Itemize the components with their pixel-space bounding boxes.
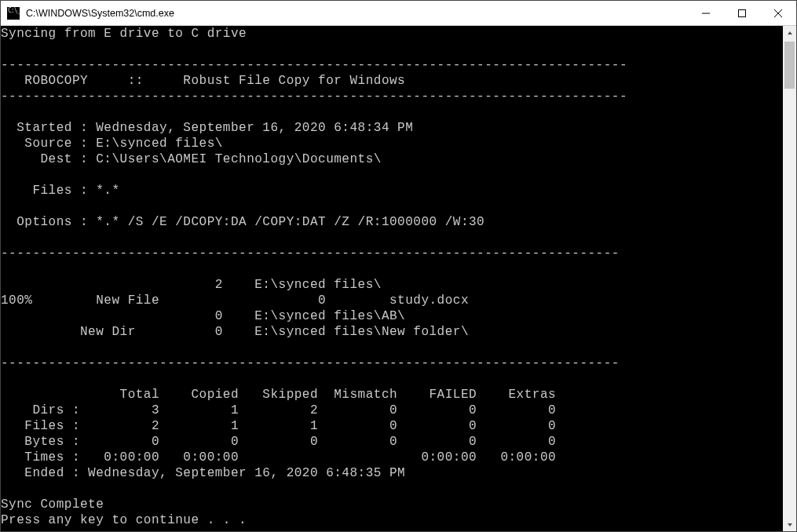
maximize-button[interactable] xyxy=(724,1,760,26)
terminal-line: ROBOCOPY :: Robust File Copy for Windows xyxy=(1,74,405,88)
terminal-line: Total Copied Skipped Mismatch FAILED Ext… xyxy=(1,388,556,402)
scroll-down-button[interactable] xyxy=(783,518,796,531)
titlebar[interactable]: C:\WINDOWS\System32\cmd.exe xyxy=(1,1,796,26)
terminal-line: 100% New File 0 study.docx xyxy=(1,293,469,308)
vertical-scrollbar[interactable] xyxy=(783,26,796,531)
terminal-line: ----------------------------------------… xyxy=(1,356,620,370)
terminal-line: ----------------------------------------… xyxy=(1,89,627,104)
terminal-line: Source : E:\synced files\ xyxy=(1,137,223,151)
terminal-line: Dest : C:\Users\AOMEI Technology\Documen… xyxy=(1,152,382,166)
scroll-thumb[interactable] xyxy=(784,42,795,89)
window-controls xyxy=(688,1,796,25)
maximize-icon xyxy=(738,9,746,17)
terminal-line: 0 E:\synced files\AB\ xyxy=(1,309,405,323)
scroll-up-button[interactable] xyxy=(783,26,796,39)
terminal-line: New Dir 0 E:\synced files\New folder\ xyxy=(1,325,469,339)
terminal-line: 2 E:\synced files\ xyxy=(1,278,382,292)
terminal-line: Press any key to continue . . . xyxy=(1,513,247,527)
chevron-up-icon xyxy=(787,30,793,36)
window: C:\WINDOWS\System32\cmd.exe Syncing from… xyxy=(0,0,797,532)
svg-marker-5 xyxy=(788,523,792,527)
terminal-line: Files : 2 1 1 0 0 0 xyxy=(1,419,556,433)
chevron-down-icon xyxy=(787,522,793,528)
minimize-button[interactable] xyxy=(688,1,724,26)
terminal-line: Started : Wednesday, September 16, 2020 … xyxy=(1,121,413,135)
terminal-line: Syncing from E drive to C drive xyxy=(1,27,247,41)
close-icon xyxy=(774,9,782,17)
terminal-line: Files : *.* xyxy=(1,184,120,198)
cmd-icon xyxy=(7,7,20,20)
terminal-line: Sync Complete xyxy=(1,497,104,512)
terminal-line: ----------------------------------------… xyxy=(1,246,620,261)
svg-rect-1 xyxy=(739,10,746,17)
terminal-line: Bytes : 0 0 0 0 0 0 xyxy=(1,435,556,449)
terminal-line: Times : 0:00:00 0:00:00 0:00:00 0:00:00 xyxy=(1,450,556,465)
terminal-line: Options : *.* /S /E /DCOPY:DA /COPY:DAT … xyxy=(1,215,484,229)
terminal-line: Dirs : 3 1 2 0 0 0 xyxy=(1,403,556,417)
svg-rect-0 xyxy=(702,13,710,14)
terminal-line: ----------------------------------------… xyxy=(1,58,627,72)
terminal-output[interactable]: Syncing from E drive to C drive --------… xyxy=(1,26,783,531)
terminal-line: Ended : Wednesday, September 16, 2020 6:… xyxy=(1,466,405,480)
svg-marker-4 xyxy=(788,31,792,35)
window-title: C:\WINDOWS\System32\cmd.exe xyxy=(26,1,688,26)
minimize-icon xyxy=(702,9,710,17)
client-area: Syncing from E drive to C drive --------… xyxy=(1,26,796,531)
close-button[interactable] xyxy=(760,1,796,26)
